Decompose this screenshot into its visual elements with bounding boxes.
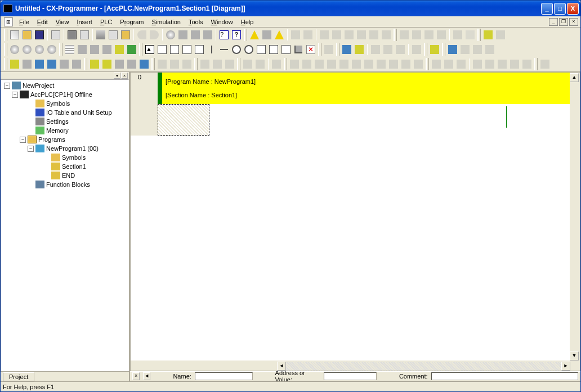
cut-button[interactable] [95,29,107,41]
contact-nc-button[interactable] [168,43,181,56]
num11-button[interactable] [168,58,181,70]
chip6-button[interactable] [464,29,476,41]
tree-programs-label[interactable]: Programs [38,136,65,143]
io9-button[interactable] [539,58,551,70]
ladder-editor[interactable]: 0 [Program Name : NewProgram1] [Section … [130,72,580,371]
toolbar-grip[interactable] [394,29,397,41]
ext5-button[interactable] [382,43,394,56]
save-button[interactable] [33,29,46,41]
mdi-close-button[interactable]: × [569,18,578,26]
lock-button[interactable] [482,29,494,41]
redo-button[interactable] [148,29,160,41]
toolbar-grip[interactable] [534,58,538,70]
stop-button[interactable] [338,58,350,70]
win4-button[interactable] [46,58,58,70]
horizontal-scrollbar[interactable]: ◄ ► [131,361,580,371]
collapse-icon[interactable]: − [12,92,18,98]
vertical-scrollbar[interactable]: ▲ ▼ [570,73,579,361]
chip4-button[interactable] [435,29,448,41]
ext9-button[interactable] [446,43,459,56]
toolbar-grip[interactable] [426,58,429,70]
toolbar-grip[interactable] [151,58,155,70]
zoom-in-button[interactable] [21,43,33,56]
ext1-button[interactable] [323,43,335,56]
chip5-button[interactable] [452,29,464,41]
ladder-cursor-cell[interactable] [158,104,209,136]
toolbar-grip[interactable] [318,43,321,56]
io7-button[interactable] [508,58,521,70]
contact-or-no-button[interactable] [181,43,193,56]
contact-or-nc-button[interactable] [193,43,205,56]
play-button[interactable] [325,58,338,70]
tree-programs[interactable]: − Programs [1,135,128,144]
tree-root[interactable]: − NewProject [1,81,128,90]
toolbar-grip[interactable] [244,29,247,41]
mdi-minimize-button[interactable]: _ [549,18,558,26]
pointer-button[interactable]: ▲ [144,43,156,56]
context-help-button[interactable]: ? [230,29,243,41]
win2-button[interactable] [21,58,33,70]
project-tab[interactable]: Project [3,372,34,381]
tree-np-symbols-label[interactable]: Symbols [62,154,86,161]
maximize-button[interactable]: □ [554,3,566,15]
end-button[interactable] [412,58,424,70]
copy-button[interactable] [107,29,119,41]
menu-insert[interactable]: Insert [73,17,96,26]
tree-end-label[interactable]: END [62,172,75,179]
conn4-button[interactable] [126,58,138,70]
io8-button[interactable] [521,58,533,70]
chip3-button[interactable] [423,29,435,41]
io5-button[interactable] [484,58,496,70]
open-button[interactable] [21,29,33,41]
collapse-icon[interactable]: − [20,137,26,143]
zoom-fit-button[interactable] [8,43,21,56]
tb4-button[interactable] [355,29,368,41]
pause2-button[interactable] [302,29,314,41]
menu-view[interactable]: View [52,17,73,26]
toolbar-grip[interactable] [4,43,7,56]
toolbar-grip[interactable] [477,29,481,41]
toolbar-grip[interactable] [84,58,87,70]
tree-io-label[interactable]: IO Table and Unit Setup [46,109,112,116]
rung-comment-block[interactable]: [Program Name : NewProgram1] [Section Na… [162,73,570,104]
menu-simulation[interactable]: Simulation [148,17,185,26]
comment-field[interactable] [431,372,578,380]
conn2-button[interactable] [101,58,113,70]
grid-button[interactable] [64,43,76,56]
ext7-button[interactable] [410,43,423,56]
scroll-down-button[interactable]: ▼ [570,352,579,361]
step5-button[interactable] [387,58,400,70]
disk3-button[interactable] [270,58,283,70]
num10-button[interactable] [156,58,168,70]
sidebar-pin-button[interactable]: ▾ [114,73,120,79]
run1-button[interactable] [199,58,211,70]
fb-instance-button[interactable] [267,43,280,56]
ext12-button[interactable] [484,43,496,56]
scroll-left-button[interactable]: ◄ [277,362,286,371]
run2-button[interactable] [211,58,224,70]
toolbar-grip[interactable] [4,29,7,41]
help-button[interactable]: ? [218,29,230,41]
warning1-button[interactable] [248,29,261,41]
warning2-button[interactable] [273,29,285,41]
toolbar-grip[interactable] [4,58,7,70]
toolbar-grip[interactable] [424,43,427,56]
tree-io-table[interactable]: IO Table and Unit Setup [1,108,128,117]
ext10-button[interactable] [459,43,471,56]
win5-button[interactable] [58,58,70,70]
toolbar-grip[interactable] [336,43,339,56]
zoom-reset-button[interactable] [46,43,58,56]
tree-function-blocks[interactable]: Function Blocks [1,180,128,189]
tree-fb-label[interactable]: Function Blocks [46,181,90,188]
run3-button[interactable] [224,58,236,70]
tool-a-button[interactable] [261,29,273,41]
win3-button[interactable] [33,58,46,70]
tree-newprogram-label[interactable]: NewProgram1 (00) [46,145,99,152]
address-field[interactable] [324,372,376,380]
tree-memory-label[interactable]: Memory [46,127,69,134]
io1-button[interactable] [430,58,443,70]
pause1-button[interactable] [289,29,302,41]
tb2-button[interactable] [330,29,343,41]
tree-plc-label[interactable]: AccPLC[CP1H] Offline [30,91,92,98]
tree-plc[interactable]: − AccPLC[CP1H] Offline [1,90,128,99]
